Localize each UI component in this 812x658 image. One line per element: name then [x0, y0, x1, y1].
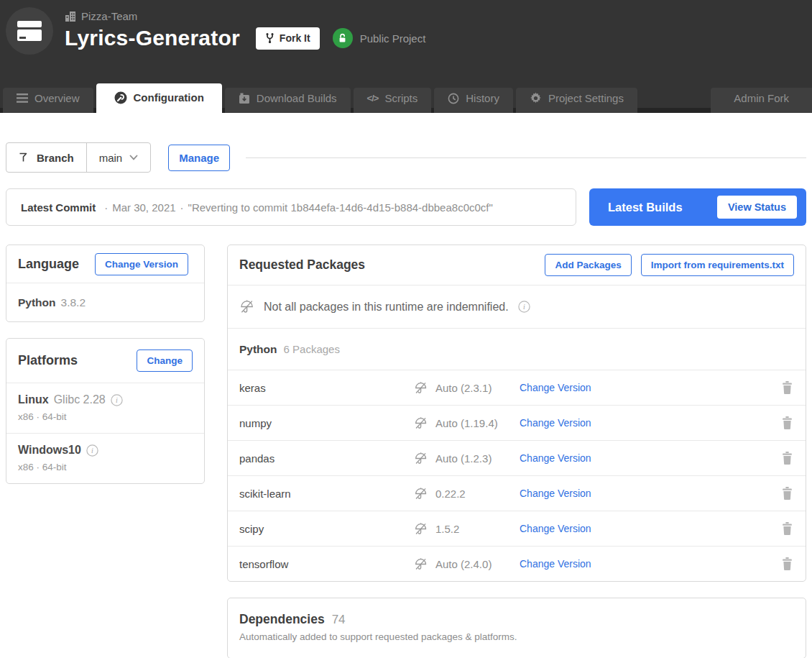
package-name: tensorflow	[239, 558, 414, 570]
info-icon[interactable]: i	[111, 394, 123, 406]
latest-commit-label: Latest Commit	[21, 201, 96, 214]
branch-icon	[19, 152, 29, 163]
change-version-link[interactable]: Change Version	[520, 382, 591, 393]
branch-dropdown[interactable]: main	[86, 143, 151, 172]
manage-button[interactable]: Manage	[168, 145, 230, 171]
history-icon	[448, 93, 459, 104]
info-icon[interactable]: i	[86, 444, 98, 457]
package-row: keras Auto (2.3.1) Change Version	[228, 370, 806, 405]
tab-label: Download Builds	[257, 92, 337, 104]
tab-overview[interactable]: Overview	[3, 88, 93, 113]
umbrella-slash-icon	[414, 416, 428, 430]
tab-history[interactable]: History	[434, 88, 513, 113]
platform-arch: x86 · 64-bit	[18, 411, 193, 422]
dependencies-header: Dependencies 74	[239, 612, 794, 627]
package-version: Auto (2.4.0)	[414, 557, 520, 571]
change-version-link[interactable]: Change Version	[520, 523, 591, 534]
content-grid: Language Change Version Python 3.8.2 Pla…	[6, 245, 806, 658]
visibility-label: Public Project	[360, 32, 426, 45]
code-icon: </>	[367, 93, 379, 104]
package-version: 0.22.2	[414, 487, 520, 501]
import-requirements-button[interactable]: Import from requirements.txt	[641, 254, 794, 276]
package-version-text: Auto (2.4.0)	[435, 558, 492, 570]
group-language: Python	[239, 343, 277, 356]
dependencies-subtitle: Automatically added to support requested…	[239, 631, 794, 642]
separator: ·	[104, 201, 108, 214]
branch-bar: Branch main Manage	[6, 142, 806, 173]
tab-admin-fork[interactable]: Admin Fork	[711, 88, 812, 113]
platform-name: Linux	[18, 393, 49, 406]
team-name[interactable]: Pizza-Team	[81, 10, 137, 22]
window-icon	[17, 20, 42, 42]
tab-download-builds[interactable]: Download Builds	[225, 88, 351, 113]
chevron-down-icon	[129, 155, 138, 160]
change-version-link[interactable]: Change Version	[520, 488, 591, 499]
header-text: Pizza-Team Lyrics-Generator Fork It	[65, 7, 425, 50]
project-configuration-page: Pizza-Team Lyrics-Generator Fork It	[0, 0, 812, 658]
add-packages-button[interactable]: Add Packages	[545, 254, 631, 276]
download-builds-icon	[239, 93, 250, 104]
trash-icon	[782, 452, 793, 465]
fork-icon	[265, 32, 274, 44]
change-version-link[interactable]: Change Version	[520, 417, 591, 429]
language-version: 3.8.2	[61, 296, 86, 309]
change-version-link[interactable]: Change Version	[520, 558, 591, 570]
package-name: pandas	[239, 452, 414, 465]
left-column: Language Change Version Python 3.8.2 Pla…	[6, 245, 205, 484]
platform-row: Windows10 i x86 · 64-bit	[6, 433, 204, 483]
page-title: Lyrics-Generator	[65, 26, 240, 50]
organization-icon	[65, 11, 76, 22]
delete-package-button[interactable]	[782, 487, 793, 500]
title-row: Lyrics-Generator Fork It	[65, 26, 425, 50]
change-version-button[interactable]: Change Version	[95, 253, 188, 275]
package-version-text: Auto (2.3.1)	[435, 382, 492, 394]
tab-configuration[interactable]: Configuration	[96, 83, 222, 113]
dependencies-count: 74	[332, 613, 346, 627]
trash-icon	[782, 522, 793, 535]
branch-label: Branch	[37, 152, 74, 164]
delete-package-button[interactable]	[782, 416, 793, 429]
umbrella-slash-icon	[414, 452, 428, 465]
fork-it-button[interactable]: Fork It	[256, 27, 320, 50]
tab-label: Scripts	[384, 92, 417, 104]
tab-scripts[interactable]: </> Scripts	[354, 88, 432, 113]
tab-label: Configuration	[134, 91, 204, 104]
package-version-text: 1.5.2	[435, 523, 459, 535]
requested-packages-card: Requested Packages Add Packages Import f…	[227, 245, 806, 582]
branch-selector-group: Branch main	[6, 142, 151, 173]
packages-header-buttons: Add Packages Import from requirements.tx…	[545, 254, 794, 276]
umbrella-slash-icon	[414, 557, 428, 571]
view-status-button[interactable]: View Status	[717, 196, 797, 219]
latest-builds-banner: Latest Builds View Status	[589, 188, 806, 226]
delete-package-button[interactable]	[782, 452, 793, 465]
project-nav: Overview Configuration	[0, 83, 812, 113]
public-lock-circle	[333, 28, 353, 48]
svg-text:i: i	[91, 447, 93, 454]
change-version-link[interactable]: Change Version	[520, 452, 591, 464]
commit-date: Mar 30, 2021	[112, 201, 175, 214]
right-column: Requested Packages Add Packages Import f…	[227, 245, 806, 658]
change-platforms-button[interactable]: Change	[137, 349, 193, 372]
svg-text:i: i	[523, 303, 525, 311]
info-icon[interactable]: i	[518, 301, 530, 313]
packages-title: Requested Packages	[239, 257, 365, 273]
package-row: scikit-learn 0.22.2 Change Version	[228, 475, 806, 511]
tab-project-settings[interactable]: Project Settings	[516, 88, 637, 113]
package-name: scipy	[239, 523, 414, 535]
tab-label: Admin Fork	[734, 92, 789, 104]
package-version: Auto (1.2.3)	[414, 452, 520, 465]
delete-package-button[interactable]	[782, 557, 793, 570]
package-version-text: Auto (1.19.4)	[435, 417, 498, 429]
package-name: numpy	[239, 417, 414, 429]
team-row[interactable]: Pizza-Team	[65, 10, 425, 22]
package-group-row: Python 6 Packages	[228, 328, 806, 370]
dependencies-title: Dependencies	[239, 612, 325, 627]
language-title: Language	[18, 257, 79, 272]
delete-package-button[interactable]	[782, 381, 793, 394]
nav-tabs: Overview Configuration	[0, 83, 812, 113]
package-row: scipy 1.5.2 Change Version	[228, 511, 806, 546]
svg-text:i: i	[116, 396, 118, 404]
package-version: Auto (2.3.1)	[414, 381, 520, 395]
delete-package-button[interactable]	[782, 522, 793, 535]
trash-icon	[782, 557, 793, 570]
